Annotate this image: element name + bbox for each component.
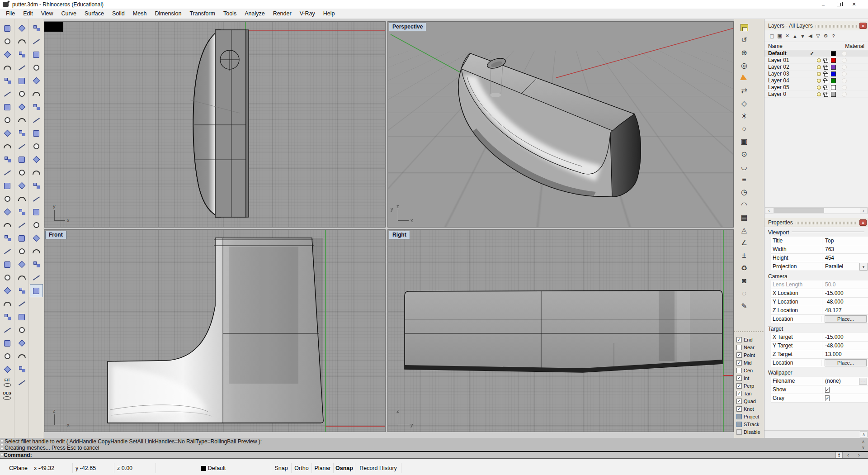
dropdown-chevron-icon[interactable]: ▾ xyxy=(859,263,868,271)
statusbar-toggle-snap[interactable]: Snap xyxy=(271,463,292,473)
osnap-checkbox[interactable] xyxy=(736,360,742,366)
toolbar-icon[interactable] xyxy=(15,140,28,153)
osnap-knot[interactable]: Knot xyxy=(736,405,764,413)
property-value[interactable]: -48.000 xyxy=(822,299,868,305)
toolbar-icon[interactable] xyxy=(30,100,43,114)
menu-edit[interactable]: Edit xyxy=(19,9,37,18)
layer-color-swatch[interactable] xyxy=(831,71,836,76)
checkbox-show[interactable]: ✓ xyxy=(825,387,830,393)
column-material[interactable]: Material xyxy=(845,43,864,49)
toolbar-icon[interactable] xyxy=(1,22,14,35)
recycle-icon[interactable]: ♻ xyxy=(737,262,751,275)
layer-row[interactable]: Layer 03 xyxy=(764,71,868,77)
toolbar-icon[interactable] xyxy=(30,232,43,245)
panel-grip[interactable] xyxy=(796,222,857,224)
property-value[interactable]: -15.000 xyxy=(822,334,868,340)
clock-icon[interactable]: ◷ xyxy=(737,186,751,199)
toolbar-icon[interactable] xyxy=(1,310,14,323)
toolbar-icon[interactable] xyxy=(1,153,14,166)
layer-material-circle[interactable] xyxy=(842,71,847,76)
link-icon[interactable]: ⊙ xyxy=(737,148,751,161)
scroll-right-icon[interactable]: › xyxy=(860,208,867,213)
next-command-icon[interactable]: › xyxy=(854,452,864,458)
menu-file[interactable]: File xyxy=(2,9,19,18)
filter-icon[interactable]: ▽ xyxy=(814,33,822,39)
menu-surface[interactable]: Surface xyxy=(80,9,108,18)
toolbar-icon-deg[interactable]: DEG xyxy=(1,389,14,402)
toolbar-icon[interactable] xyxy=(1,337,14,350)
osnap-point[interactable]: Point xyxy=(736,351,764,359)
history-scrollbar[interactable]: ∧ ∨ xyxy=(859,439,867,451)
angle-icon[interactable]: ∠ xyxy=(737,237,751,249)
menu-vray[interactable]: V-Ray xyxy=(296,9,319,18)
toolbar-icon[interactable] xyxy=(15,74,28,87)
browse-button[interactable]: ... xyxy=(859,378,867,385)
statusbar-current-layer[interactable]: Default xyxy=(156,463,271,473)
viewport-label-obscured[interactable] xyxy=(44,22,63,32)
property-value[interactable]: Parallel xyxy=(822,263,859,270)
layers-panel-titlebar[interactable]: Layers - All Layers x xyxy=(764,21,868,30)
menu-help[interactable]: Help xyxy=(319,9,339,18)
column-name[interactable]: Name xyxy=(768,43,783,49)
layer-lock-toggle[interactable] xyxy=(822,71,830,76)
toolbar-icon[interactable] xyxy=(1,166,14,179)
properties-close-icon[interactable]: x xyxy=(859,219,867,226)
toolbar-icon[interactable] xyxy=(30,127,43,140)
osnap-end[interactable]: End xyxy=(736,336,764,343)
restore-button[interactable] xyxy=(831,0,846,9)
osnap-checkbox[interactable] xyxy=(736,429,742,435)
osnap-cen[interactable]: Cen xyxy=(736,366,764,374)
layer-current-cell[interactable]: ✓ xyxy=(809,51,815,57)
layer-row[interactable]: Layer 05 xyxy=(764,84,868,91)
osnap-checkbox[interactable] xyxy=(736,375,742,381)
toolbar-icon[interactable] xyxy=(15,114,28,127)
drop-icon[interactable]: ◡ xyxy=(737,161,751,173)
statusbar-cplane[interactable]: CPlane xyxy=(6,463,31,473)
toolbar-icon[interactable] xyxy=(15,127,28,140)
viewport-top[interactable]: y x xyxy=(44,21,386,228)
osnap-quad[interactable]: Quad xyxy=(736,397,764,405)
layer-color-swatch[interactable] xyxy=(831,92,836,97)
toolbar-icon[interactable] xyxy=(15,232,28,245)
osnap-near[interactable]: Near xyxy=(736,343,764,351)
scroll-up-icon[interactable]: ∧ xyxy=(859,439,867,445)
move-up-icon[interactable]: ▲ xyxy=(791,33,799,39)
toolbar-icon[interactable] xyxy=(1,323,14,337)
property-value[interactable]: Top xyxy=(822,238,868,244)
toolbar-icon[interactable] xyxy=(1,245,14,258)
help-icon[interactable]: ? xyxy=(830,33,837,39)
statusbar-toggle-recordhistory[interactable]: Record History xyxy=(355,463,401,473)
toolbar-icon[interactable] xyxy=(15,245,28,258)
layer-material-circle[interactable] xyxy=(842,85,847,90)
toolbar-icon[interactable] xyxy=(30,48,43,61)
layer-material-circle[interactable] xyxy=(842,65,847,70)
viewport-perspective[interactable]: Perspective xyxy=(387,21,734,228)
circle-icon[interactable]: ○ xyxy=(737,123,751,135)
layer-lock-toggle[interactable] xyxy=(822,58,830,63)
pencil-icon[interactable]: ✎ xyxy=(737,300,751,313)
viewport-label-right[interactable]: Right xyxy=(389,231,410,239)
minimize-button[interactable]: – xyxy=(816,0,831,9)
delete-layer-icon[interactable]: ✕ xyxy=(783,33,791,39)
command-spinner[interactable]: ▲▼ xyxy=(835,452,843,458)
toolbar-icon[interactable] xyxy=(15,179,28,192)
toolbar-icon[interactable] xyxy=(1,350,14,363)
toolbar-icon[interactable] xyxy=(15,35,28,48)
layer-lock-toggle[interactable] xyxy=(822,78,830,83)
osnap-checkbox[interactable] xyxy=(736,337,742,342)
osnap-int[interactable]: Int xyxy=(736,374,764,382)
layer-row[interactable]: Default✓ xyxy=(764,50,868,57)
toolbar-icon[interactable] xyxy=(1,87,14,100)
toolbar-icon[interactable] xyxy=(15,376,28,389)
osnap-checkbox[interactable] xyxy=(736,345,742,350)
toolbar-icon[interactable] xyxy=(30,61,43,74)
statusbar-toggle-ortho[interactable]: Ortho xyxy=(292,463,312,473)
toolbar-icon[interactable] xyxy=(30,35,43,48)
toolbar-icon[interactable] xyxy=(15,350,28,363)
toolbar-icon[interactable] xyxy=(30,218,43,232)
move-down-icon[interactable]: ▼ xyxy=(799,33,807,39)
menu-curve[interactable]: Curve xyxy=(57,9,80,18)
property-value[interactable]: -15.000 xyxy=(822,290,868,296)
osnap-disable[interactable]: Disable xyxy=(736,428,764,436)
property-value[interactable]: 454 xyxy=(822,255,868,261)
